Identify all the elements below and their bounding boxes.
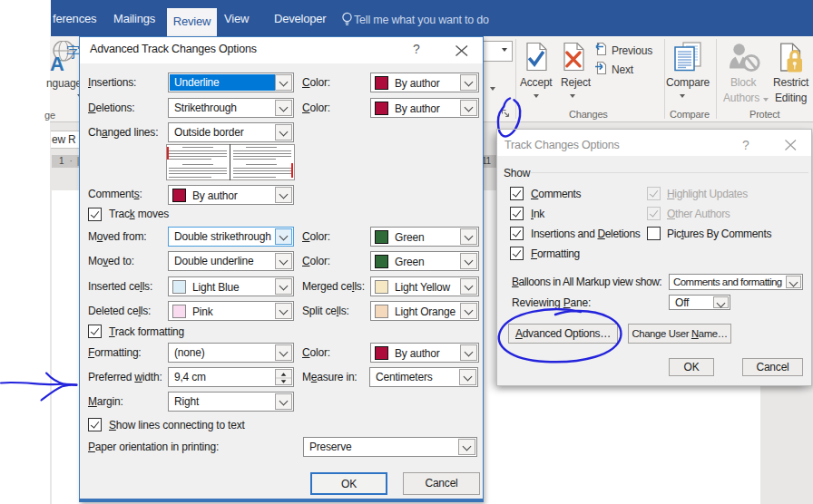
svg-text:A: A [50, 53, 64, 73]
svg-text:字: 字 [66, 44, 80, 60]
